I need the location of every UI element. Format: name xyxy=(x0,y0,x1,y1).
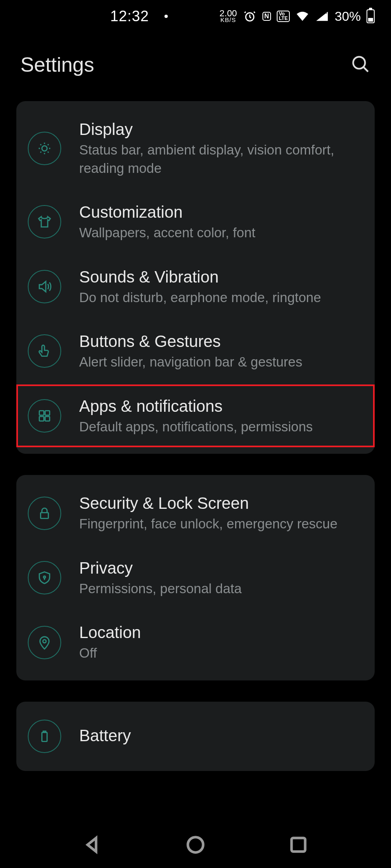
svg-point-4 xyxy=(42,146,47,151)
brightness-icon xyxy=(28,132,61,165)
settings-item-title: Apps & notifications xyxy=(79,396,362,416)
volte-icon: VoLTE xyxy=(277,11,290,22)
shield-icon xyxy=(28,561,61,594)
settings-item-title: Privacy xyxy=(79,558,362,578)
svg-line-3 xyxy=(364,67,368,71)
battery-level-icon xyxy=(367,9,375,23)
apps-icon xyxy=(28,399,61,433)
navigation-bar xyxy=(0,823,391,868)
settings-item-buttons[interactable]: Buttons & Gestures Alert slider, navigat… xyxy=(16,319,375,384)
gesture-icon xyxy=(28,334,61,368)
settings-item-subtitle: Wallpapers, accent color, font xyxy=(79,224,362,242)
settings-item-title: Display xyxy=(79,119,362,139)
page-title: Settings xyxy=(20,53,94,77)
notification-dot-icon xyxy=(164,15,168,18)
svg-rect-7 xyxy=(39,417,44,421)
svg-rect-12 xyxy=(42,732,47,741)
settings-item-title: Customization xyxy=(79,202,362,222)
nfc-icon: N xyxy=(262,12,271,21)
settings-item-subtitle: Off xyxy=(79,644,362,663)
battery-percent: 30% xyxy=(335,9,361,24)
svg-rect-6 xyxy=(45,411,50,415)
settings-group: Display Status bar, ambient display, vis… xyxy=(16,101,375,454)
status-bar: 12:32 2.00 KB/S N VoLTE x 30% xyxy=(0,0,391,33)
network-speed: 2.00 KB/S xyxy=(220,10,237,22)
settings-item-subtitle: Alert slider, navigation bar & gestures xyxy=(79,353,362,371)
settings-item-battery[interactable]: Battery xyxy=(16,707,375,765)
settings-item-subtitle: Status bar, ambient display, vision comf… xyxy=(79,141,362,177)
settings-item-display[interactable]: Display Status bar, ambient display, vis… xyxy=(16,107,375,190)
speaker-icon xyxy=(28,270,61,303)
settings-item-subtitle: Default apps, notifications, permissions xyxy=(79,418,362,436)
svg-rect-8 xyxy=(45,417,50,421)
tshirt-icon xyxy=(28,205,61,239)
settings-item-title: Battery xyxy=(79,725,362,746)
svg-rect-14 xyxy=(291,838,305,851)
cellular-icon: x xyxy=(315,9,329,23)
search-button[interactable] xyxy=(350,54,371,76)
svg-text:x: x xyxy=(324,9,327,15)
nav-back-button[interactable] xyxy=(82,835,103,857)
svg-rect-5 xyxy=(39,411,44,415)
settings-item-title: Location xyxy=(79,622,362,643)
pin-icon xyxy=(28,626,61,659)
settings-item-title: Security & Lock Screen xyxy=(79,493,362,513)
settings-item-subtitle: Permissions, personal data xyxy=(79,580,362,598)
settings-item-sounds[interactable]: Sounds & Vibration Do not disturb, earph… xyxy=(16,254,375,319)
lock-icon xyxy=(28,497,61,530)
alarm-icon xyxy=(243,9,257,23)
svg-point-10 xyxy=(44,576,46,578)
settings-item-apps[interactable]: Apps & notifications Default apps, notif… xyxy=(16,384,375,448)
settings-item-customization[interactable]: Customization Wallpapers, accent color, … xyxy=(16,190,375,254)
nav-home-button[interactable] xyxy=(185,835,206,857)
settings-group: Battery xyxy=(16,702,375,771)
settings-item-subtitle: Do not disturb, earphone mode, ringtone xyxy=(79,289,362,307)
nav-recent-button[interactable] xyxy=(288,835,309,857)
settings-item-title: Sounds & Vibration xyxy=(79,267,362,287)
header: Settings xyxy=(0,33,391,101)
settings-group: Security & Lock Screen Fingerprint, face… xyxy=(16,475,375,680)
settings-item-subtitle: Fingerprint, face unlock, emergency resc… xyxy=(79,515,362,533)
settings-item-security[interactable]: Security & Lock Screen Fingerprint, face… xyxy=(16,481,375,546)
settings-list: Display Status bar, ambient display, vis… xyxy=(0,101,391,771)
settings-item-location[interactable]: Location Off xyxy=(16,610,375,675)
battery-icon xyxy=(28,720,61,753)
svg-point-2 xyxy=(353,57,365,68)
svg-rect-9 xyxy=(41,512,49,518)
status-time: 12:32 xyxy=(110,8,149,25)
wifi-icon xyxy=(295,9,309,23)
settings-item-title: Buttons & Gestures xyxy=(79,331,362,351)
svg-point-13 xyxy=(188,837,203,853)
svg-point-11 xyxy=(43,640,46,643)
settings-item-privacy[interactable]: Privacy Permissions, personal data xyxy=(16,546,375,610)
